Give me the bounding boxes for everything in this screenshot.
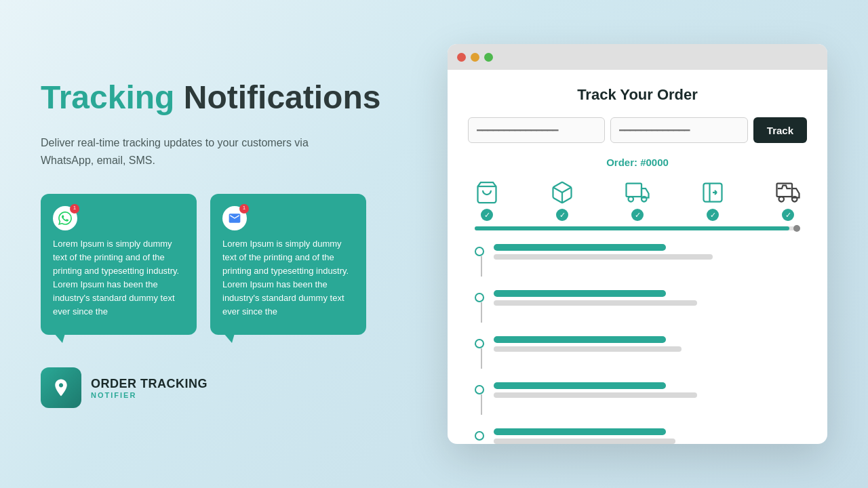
timeline-dot-4 (475, 385, 484, 394)
order-input[interactable] (468, 117, 605, 143)
order-number: Order: #0000 (468, 157, 807, 168)
timeline-line-3 (481, 348, 482, 369)
timeline-dot-3 (475, 339, 484, 348)
progress-bar (475, 226, 800, 230)
subtitle-text: Deliver real-time tracking updates to yo… (41, 134, 339, 169)
logo-subtitle: NOTIFIER (91, 391, 208, 399)
email-card-text: Lorem Ipsum is simply dummy text of the … (222, 239, 349, 317)
timeline-line-1 (481, 256, 482, 277)
whatsapp-card-text: Lorem Ipsum is simply dummy text of the … (53, 239, 179, 317)
timeline-item-5 (475, 428, 807, 444)
timeline-item (475, 244, 807, 277)
whatsapp-card: 1 Lorem Ipsum is simply dummy text of th… (41, 194, 197, 336)
timeline-bar-sub-2 (494, 300, 697, 306)
svg-point-4 (642, 197, 647, 202)
timeline-content-2 (494, 290, 807, 306)
timeline-bar-sub-4 (494, 392, 697, 398)
door-check: ✓ (707, 209, 719, 221)
tracking-word: Tracking (41, 79, 174, 115)
browser-titlebar (448, 44, 827, 70)
email-badge: 1 (239, 204, 249, 214)
timeline-content-3 (494, 336, 807, 352)
email-icon: 1 (222, 206, 247, 230)
timeline-content-5 (494, 428, 807, 444)
left-panel: Tracking Notifications Deliver real-time… (41, 80, 393, 409)
notifications-text: Notifications (184, 79, 381, 115)
timeline-item-4 (475, 382, 807, 415)
home-check: ✓ (782, 209, 794, 221)
svg-rect-2 (627, 184, 642, 197)
timeline-bar-main-4 (494, 382, 666, 389)
timeline-item-2 (475, 290, 807, 323)
cart-icon (475, 180, 499, 205)
package-check: ✓ (556, 209, 568, 221)
timeline-bar-sub-3 (494, 346, 682, 352)
timeline-item-3 (475, 336, 807, 369)
status-step-cart: ✓ (475, 180, 499, 221)
browser-content: Track Your Order Track Order: #0000 ✓ (448, 70, 827, 444)
timeline-dot-1 (475, 247, 484, 256)
logo-icon (41, 367, 81, 408)
bottom-logo: ORDER TRACKING NOTIFIER (41, 367, 393, 408)
timeline-bar-main-1 (494, 244, 666, 251)
dot-yellow[interactable] (471, 53, 479, 62)
svg-point-7 (779, 197, 785, 202)
package-icon (550, 180, 574, 205)
whatsapp-icon: 1 (53, 206, 77, 230)
search-row: Track (468, 117, 807, 143)
timeline-line-4 (481, 394, 482, 415)
timeline-bar-sub-1 (494, 254, 713, 260)
door-icon (701, 180, 725, 205)
status-step-package: ✓ (550, 180, 574, 221)
home-delivery-icon (776, 180, 800, 205)
status-step-door: ✓ (701, 180, 725, 221)
email-card: 1 Lorem Ipsum is simply dummy text of th… (210, 194, 366, 336)
timeline-bar-sub-5 (494, 439, 675, 444)
whatsapp-badge: 1 (70, 204, 79, 214)
progress-fill (475, 226, 789, 230)
status-step-truck: ✓ (625, 180, 650, 221)
dot-red[interactable] (457, 53, 466, 62)
track-button[interactable]: Track (753, 117, 807, 143)
browser-window: Track Your Order Track Order: #0000 ✓ (448, 44, 827, 444)
message-cards: 1 Lorem Ipsum is simply dummy text of th… (41, 194, 393, 336)
status-step-home: ✓ (776, 180, 800, 221)
timeline-content-1 (494, 244, 807, 260)
timeline-line-2 (481, 302, 482, 323)
truck-icon (625, 180, 650, 205)
timeline (468, 244, 807, 444)
timeline-bar-main-2 (494, 290, 666, 297)
svg-point-8 (792, 197, 797, 202)
dot-green[interactable] (484, 53, 493, 62)
progress-dot (793, 225, 800, 232)
timeline-dot-5 (475, 431, 484, 441)
truck-check: ✓ (631, 209, 644, 221)
status-icons-row: ✓ ✓ ✓ (468, 180, 807, 221)
svg-point-3 (629, 197, 634, 202)
timeline-bar-main-5 (494, 428, 666, 435)
tracking-input[interactable] (610, 117, 747, 143)
timeline-bar-main-3 (494, 336, 666, 343)
logo-title: ORDER TRACKING (91, 377, 208, 391)
logo-text-block: ORDER TRACKING NOTIFIER (91, 377, 208, 399)
cart-check: ✓ (481, 209, 493, 221)
timeline-content-4 (494, 382, 807, 398)
timeline-dot-2 (475, 293, 484, 302)
track-your-order-title: Track Your Order (468, 86, 807, 104)
headline: Tracking Notifications (41, 80, 393, 116)
